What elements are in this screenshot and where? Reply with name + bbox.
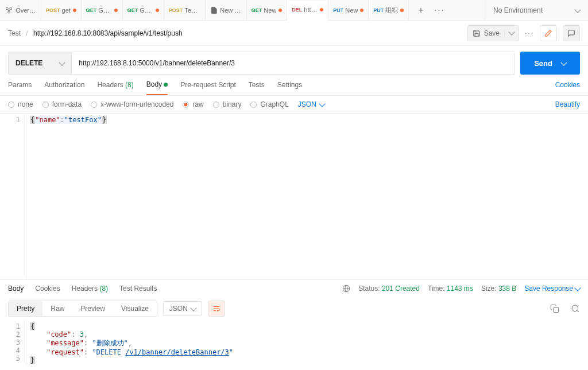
save-button[interactable]: Save (467, 25, 519, 41)
tab-label: New (345, 7, 358, 14)
breadcrumb-row: Test / http://192.168.8.10:8083/api/samp… (0, 21, 588, 46)
tab-1[interactable]: POSTget (41, 0, 82, 20)
environment-select[interactable]: No Environment (485, 0, 588, 20)
response-body-editor[interactable]: 12345 { "code": 3, "message": "删除成功", "r… (0, 320, 588, 370)
tab-authorization[interactable]: Authorization (44, 81, 84, 95)
copy-icon[interactable] (550, 304, 559, 313)
comments-button[interactable] (563, 25, 580, 41)
tab-3[interactable]: GETGetC (123, 0, 164, 20)
send-button[interactable]: Send (520, 52, 580, 75)
tab-label: GetC (140, 7, 153, 14)
chevron-down-icon (508, 29, 514, 35)
tab-5[interactable]: New Co (206, 0, 247, 20)
body-type-raw[interactable]: raw (183, 100, 203, 108)
svg-point-7 (572, 305, 578, 311)
chevron-down-icon (59, 59, 65, 65)
line-wrap-button[interactable] (208, 301, 225, 317)
resp-tab-headers[interactable]: Headers (8) (72, 285, 108, 293)
response-code: { "code": 3, "message": "删除成功", "request… (26, 320, 237, 364)
http-method-select[interactable]: DELETE (8, 52, 71, 75)
unsaved-dot (73, 9, 76, 12)
tab-label: http:/ (304, 6, 318, 13)
tab-0[interactable]: Overvie (0, 0, 41, 20)
tab-overflow-button[interactable]: ··· (434, 5, 445, 15)
unsaved-dot (360, 9, 363, 12)
breadcrumb: Test / http://192.168.8.10:8083/api/samp… (8, 29, 183, 37)
view-visualize[interactable]: Visualize (113, 301, 157, 316)
chevron-down-icon (574, 6, 581, 13)
tab-8[interactable]: PUTNew (328, 0, 369, 20)
body-type-graphql[interactable]: GraphQL (250, 100, 288, 108)
new-tab-button[interactable]: + (418, 5, 423, 15)
pencil-icon (544, 29, 552, 37)
tab-label: GotC (98, 7, 111, 14)
resp-tab-body[interactable]: Body (8, 285, 24, 293)
tab-6[interactable]: GETNew (247, 0, 288, 20)
tab-settings[interactable]: Settings (277, 81, 302, 95)
response-format-select[interactable]: JSON (163, 301, 202, 316)
view-preview[interactable]: Preview (72, 301, 113, 316)
editor-gutter: 12345 (0, 320, 26, 364)
tab-7[interactable]: DELhttp:/ (287, 1, 328, 21)
chevron-down-icon (560, 59, 567, 65)
view-pretty[interactable]: Pretty (9, 301, 42, 316)
method-badge: POST (46, 7, 60, 13)
body-type-formdata[interactable]: form-data (42, 100, 82, 108)
wrap-icon (212, 305, 220, 313)
response-tabs-row: Body Cookies Headers (8) Test Results St… (0, 279, 588, 297)
body-type-row: none form-data x-www-form-urlencoded raw… (0, 96, 588, 114)
tab-label: TestA (184, 7, 200, 14)
request-body-editor[interactable]: 1 {"name":"testFox"} (0, 114, 588, 279)
request-url-input[interactable] (71, 52, 514, 75)
tab-params[interactable]: Params (8, 81, 32, 95)
breadcrumb-path: http://192.168.8.10:8083/api/sample/v1/t… (33, 29, 183, 37)
resp-tab-cookies[interactable]: Cookies (35, 285, 60, 293)
tab-2[interactable]: GETGotC (82, 0, 123, 20)
method-badge: GET (86, 7, 97, 13)
response-meta: Status: 201 Created Time: 1143 ms Size: … (342, 285, 580, 293)
beautify-button[interactable]: Beautify (555, 100, 580, 108)
tab-headers[interactable]: Headers (8) (97, 81, 133, 95)
method-badge: POST (169, 7, 183, 13)
unsaved-dot (320, 8, 323, 11)
comment-icon (567, 29, 575, 37)
view-raw[interactable]: Raw (42, 301, 72, 316)
edit-button[interactable] (540, 25, 557, 41)
body-type-urlencoded[interactable]: x-www-form-urlencoded (91, 100, 173, 108)
svg-rect-6 (554, 307, 559, 313)
method-badge: GET (252, 7, 262, 13)
tab-9[interactable]: PUT组织 (369, 0, 409, 20)
method-badge: PUT (333, 7, 343, 13)
tab-label: New (264, 7, 276, 14)
unsaved-dot (114, 9, 118, 12)
svg-line-8 (577, 310, 579, 312)
editor-gutter: 1 (0, 114, 26, 279)
svg-point-2 (8, 11, 10, 13)
file-icon (210, 6, 218, 14)
environment-label: No Environment (493, 6, 543, 14)
tab-4[interactable]: POSTTestA (164, 0, 206, 20)
tabs-bar: OverviePOSTgetGETGotCGETGetCPOSTTestANew… (0, 0, 588, 21)
globe-icon[interactable] (342, 285, 350, 293)
resp-tab-tests[interactable]: Test Results (119, 285, 157, 293)
cookies-link[interactable]: Cookies (555, 81, 580, 95)
overview-icon (5, 6, 13, 15)
body-type-none[interactable]: none (8, 100, 33, 108)
save-response-button[interactable]: Save Response (524, 285, 580, 293)
tab-label: New Co (220, 7, 242, 14)
tab-body[interactable]: Body (146, 80, 168, 95)
unsaved-dot (400, 9, 404, 12)
request-tabs: Params Authorization Headers (8) Body Pr… (0, 75, 588, 96)
response-toolbar: Pretty Raw Preview Visualize JSON (0, 297, 588, 320)
save-icon (473, 29, 481, 37)
tab-actions: + ··· (409, 5, 454, 15)
tab-label: 组织 (385, 6, 398, 14)
tab-tests[interactable]: Tests (249, 81, 265, 95)
body-type-binary[interactable]: binary (213, 100, 242, 108)
search-icon[interactable] (571, 304, 580, 313)
body-format-select[interactable]: JSON (298, 100, 324, 108)
breadcrumb-root[interactable]: Test (8, 29, 21, 37)
chevron-down-icon (190, 305, 196, 311)
tab-prerequest[interactable]: Pre-request Script (180, 81, 236, 95)
more-actions-button[interactable]: ··· (525, 29, 534, 37)
